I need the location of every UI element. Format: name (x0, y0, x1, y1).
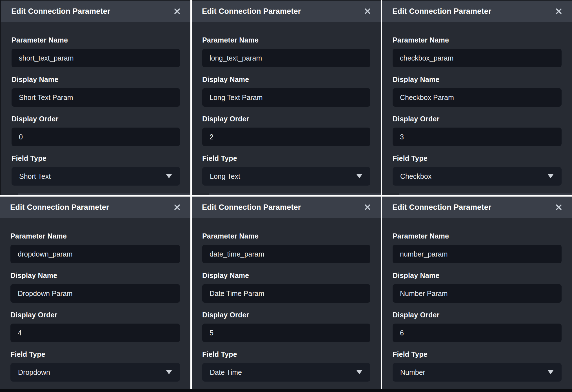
horizontal-divider (0, 195, 572, 197)
parameter-name-input[interactable] (12, 49, 180, 67)
field-type-label: Field Type (202, 154, 370, 162)
parameter-name-field: Parameter Name (393, 232, 562, 263)
field-type-select[interactable]: Checkbox (393, 167, 562, 186)
field-type-field: Field Type Long Text (202, 154, 370, 186)
dialog-header: Edit Connection Parameter (192, 197, 381, 218)
field-type-select[interactable]: Dropdown (10, 363, 180, 382)
chevron-down-icon (166, 174, 172, 178)
parameter-name-field: Parameter Name (393, 36, 562, 67)
display-name-field: Display Name (12, 75, 180, 107)
dialog-body: Parameter Name Display Name Display Orde… (0, 218, 190, 382)
display-order-input[interactable] (202, 128, 370, 146)
dialog-body: Parameter Name Display Name Display Orde… (382, 22, 572, 186)
field-type-selected-value: Checkbox (400, 172, 431, 181)
close-button[interactable] (172, 202, 182, 212)
parameter-name-field: Parameter Name (202, 36, 370, 67)
display-order-label: Display Order (393, 311, 562, 319)
field-type-label: Field Type (393, 154, 562, 162)
edit-connection-parameter-dialog: Edit Connection Parameter Parameter Name… (0, 197, 190, 389)
field-type-selected-value: Number (400, 368, 425, 377)
chevron-down-icon (548, 370, 553, 374)
close-button[interactable] (363, 202, 372, 212)
parameter-name-input[interactable] (393, 49, 562, 67)
field-type-label: Field Type (393, 350, 562, 358)
field-type-field: Field Type Short Text (12, 154, 180, 186)
dialog-title: Edit Connection Parameter (202, 203, 301, 212)
dialog-title: Edit Connection Parameter (202, 7, 301, 16)
display-order-field: Display Order (10, 311, 180, 342)
close-icon (363, 202, 372, 212)
vertical-divider (190, 0, 192, 389)
dialog-title: Edit Connection Parameter (10, 203, 109, 212)
parameter-name-label: Parameter Name (393, 36, 562, 44)
dialog-title: Edit Connection Parameter (392, 203, 491, 212)
display-name-label: Display Name (12, 75, 180, 83)
dialog-header: Edit Connection Parameter (382, 1, 572, 22)
parameter-name-label: Parameter Name (202, 36, 370, 44)
display-order-field: Display Order (202, 311, 370, 342)
field-type-select[interactable]: Short Text (12, 167, 180, 186)
display-order-field: Display Order (393, 311, 562, 342)
field-type-label: Field Type (12, 154, 180, 162)
field-type-select[interactable]: Long Text (202, 167, 370, 186)
field-type-selected-value: Long Text (210, 172, 240, 181)
parameter-name-input[interactable] (393, 245, 562, 263)
display-order-input[interactable] (393, 128, 562, 146)
display-order-label: Display Order (393, 115, 562, 123)
display-order-field: Display Order (202, 115, 370, 146)
close-icon (172, 6, 182, 16)
parameter-name-label: Parameter Name (393, 232, 562, 240)
display-name-field: Display Name (202, 271, 370, 303)
display-name-input[interactable] (393, 284, 562, 303)
close-button[interactable] (554, 6, 564, 16)
close-icon (554, 202, 564, 212)
display-order-input[interactable] (12, 128, 180, 146)
parameter-name-label: Parameter Name (10, 232, 180, 240)
display-order-field: Display Order (393, 115, 562, 146)
display-name-label: Display Name (393, 271, 562, 279)
display-name-input[interactable] (12, 88, 180, 107)
field-type-select[interactable]: Date Time (202, 363, 370, 382)
parameter-name-field: Parameter Name (202, 232, 370, 263)
close-button[interactable] (172, 6, 182, 16)
parameter-name-label: Parameter Name (12, 36, 180, 44)
parameter-name-input[interactable] (202, 245, 370, 263)
edit-connection-parameter-dialog: Edit Connection Parameter Parameter Name… (382, 197, 572, 389)
field-type-selected-value: Short Text (19, 172, 51, 181)
edit-connection-parameter-dialog: Edit Connection Parameter Parameter Name… (192, 1, 381, 195)
dialog-header: Edit Connection Parameter (382, 197, 572, 218)
display-order-input[interactable] (202, 324, 370, 342)
display-order-input[interactable] (393, 324, 562, 342)
display-order-label: Display Order (202, 311, 370, 319)
display-name-input[interactable] (393, 88, 562, 107)
display-order-label: Display Order (202, 115, 370, 123)
close-button[interactable] (554, 202, 564, 212)
parameter-name-input[interactable] (10, 245, 180, 263)
display-name-field: Display Name (202, 75, 370, 107)
chevron-down-icon (357, 174, 362, 178)
field-type-field: Field Type Checkbox (393, 154, 562, 186)
dialog-title: Edit Connection Parameter (11, 7, 110, 16)
display-name-field: Display Name (393, 75, 562, 107)
display-name-field: Display Name (393, 271, 562, 303)
parameter-name-field: Parameter Name (10, 232, 180, 263)
close-icon (363, 6, 372, 16)
edit-connection-parameter-dialog: Edit Connection Parameter Parameter Name… (1, 1, 190, 195)
display-order-input[interactable] (10, 324, 180, 342)
dialog-body: Parameter Name Display Name Display Orde… (1, 22, 190, 186)
field-type-selected-value: Date Time (210, 368, 242, 377)
chevron-down-icon (357, 370, 362, 374)
field-type-select[interactable]: Number (393, 363, 562, 382)
field-type-selected-value: Dropdown (18, 368, 50, 377)
parameter-name-input[interactable] (202, 49, 370, 67)
bottom-edge-strip (0, 389, 572, 392)
display-name-input[interactable] (202, 88, 370, 107)
display-name-input[interactable] (10, 284, 180, 303)
parameter-name-field: Parameter Name (12, 36, 180, 67)
vertical-divider (381, 0, 382, 389)
display-name-input[interactable] (202, 284, 370, 303)
chevron-down-icon (548, 174, 553, 178)
display-name-label: Display Name (202, 75, 370, 83)
close-button[interactable] (363, 6, 372, 16)
field-type-label: Field Type (202, 350, 370, 358)
